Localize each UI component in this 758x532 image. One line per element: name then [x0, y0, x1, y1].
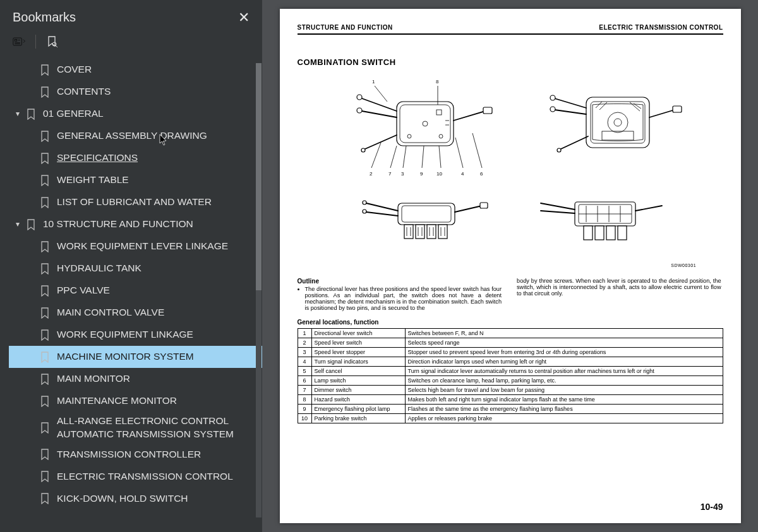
bookmark-label: PPC VALVE	[57, 284, 260, 297]
header-right: ELECTRIC TRANSMISSION CONTROL	[599, 24, 723, 31]
bookmark-label: SPECIFICATIONS	[57, 151, 260, 165]
outline-text-left: The directional lever has three position…	[305, 286, 502, 311]
bookmark-label: LIST OF LUBRICANT AND WATER	[57, 196, 260, 209]
row-function: Selects speed range	[405, 338, 723, 348]
function-table: 1Directional lever switchSwitches betwee…	[298, 328, 723, 423]
bookmark-item[interactable]: MACHINE MONITOR SYSTEM	[9, 346, 262, 368]
bookmark-item[interactable]: WEIGHT TABLE	[9, 169, 262, 191]
row-name: Directional lever switch	[311, 329, 405, 338]
svg-text:8: 8	[436, 79, 439, 85]
bookmark-item[interactable]: WORK EQUIPMENT LINKAGE	[9, 324, 262, 346]
bookmark-options-icon[interactable]	[13, 35, 27, 49]
svg-text:6: 6	[480, 171, 483, 177]
svg-rect-61	[427, 225, 436, 239]
bookmark-item[interactable]: TRANSMISSION CONTROLLER	[9, 444, 262, 466]
bookmark-icon	[38, 153, 52, 164]
chevron-down-icon[interactable]: ▾	[11, 109, 24, 119]
svg-rect-75	[595, 226, 604, 240]
table-row: 2Speed lever switchSelects speed range	[298, 338, 723, 348]
svg-rect-18	[483, 107, 492, 114]
bookmark-item[interactable]: MAINTENANCE MONITOR	[9, 390, 262, 412]
bookmark-icon	[24, 219, 38, 230]
svg-text:4: 4	[461, 171, 464, 177]
bookmark-icon	[38, 493, 52, 504]
close-icon[interactable]: ✕	[238, 11, 250, 25]
bookmark-icon	[38, 471, 52, 482]
page-number: 10-49	[701, 502, 723, 512]
bookmark-item[interactable]: ALL-RANGE ELECTRONIC CONTROL AUTOMATIC T…	[9, 412, 262, 444]
bookmark-label: ALL-RANGE ELECTRONIC CONTROL AUTOMATIC T…	[57, 415, 260, 441]
svg-rect-58	[416, 225, 424, 239]
row-name: Speed lever switch	[311, 338, 405, 348]
outline-text-right: body by three screws. When each lever is…	[517, 278, 721, 311]
table-row: 8Hazard switchMakes both left and right …	[298, 395, 723, 405]
sidebar-toolbar	[0, 32, 262, 55]
svg-text:1: 1	[372, 79, 375, 85]
bookmark-item[interactable]: GENERAL ASSEMBLY DRAWING	[9, 125, 262, 147]
svg-point-52	[363, 201, 366, 204]
bookmark-item[interactable]: ELECTRIC TRANSMISSION CONTROL	[9, 466, 262, 488]
row-number: 7	[298, 386, 311, 395]
outline-block: Outline The directional lever has three …	[298, 278, 723, 311]
svg-rect-64	[438, 225, 447, 239]
bookmark-tree: COVERCONTENTS▾01 GENERALGENERAL ASSEMBLY…	[0, 55, 262, 532]
svg-line-26	[455, 138, 463, 168]
table-row: 5Self cancelTurn signal indicator lever …	[298, 367, 723, 376]
svg-text:7: 7	[388, 171, 392, 177]
row-number: 4	[298, 357, 311, 367]
row-name: Self cancel	[311, 367, 405, 376]
chevron-down-icon[interactable]: ▾	[11, 219, 24, 229]
svg-rect-54	[480, 203, 488, 208]
bookmark-item[interactable]: MAIN CONTROL VALVE	[9, 302, 262, 324]
bookmark-label: COVER	[57, 63, 260, 76]
bookmark-item[interactable]: HYDRAULIC TANK	[9, 257, 262, 280]
bookmark-item[interactable]: ▾01 GENERAL	[9, 103, 262, 125]
sidebar-title: Bookmarks	[13, 10, 76, 25]
svg-rect-49	[673, 106, 682, 112]
bookmark-item[interactable]: WORK EQUIPMENT LEVER LINKAGE	[9, 235, 262, 257]
row-number: 10	[298, 414, 311, 423]
bookmark-icon	[38, 241, 52, 252]
bookmark-icon	[38, 175, 52, 186]
diagram-bottom-right	[529, 192, 668, 252]
table-row: 7Dimmer switchSelects high beam for trav…	[298, 386, 723, 395]
bookmark-item[interactable]: LIST OF LUBRICANT AND WATER	[9, 191, 262, 213]
svg-rect-77	[618, 226, 627, 240]
row-function: Switches between F, R, and N	[405, 329, 723, 338]
bookmark-label: GENERAL ASSEMBLY DRAWING	[57, 129, 260, 143]
bookmark-icon	[38, 131, 52, 142]
bookmark-item[interactable]: SPECIFICATIONS	[9, 147, 262, 169]
bookmark-icon	[38, 396, 52, 407]
bookmark-item[interactable]: CONTENTS	[9, 81, 262, 103]
bookmark-icon	[38, 263, 52, 275]
svg-line-24	[422, 146, 424, 168]
svg-point-46	[550, 95, 555, 100]
svg-rect-7	[397, 102, 454, 146]
table-row: 3Speed lever stopperStopper used to prev…	[298, 348, 723, 357]
bookmark-item[interactable]: MAIN MONITOR	[9, 368, 262, 390]
bookmark-label: WORK EQUIPMENT LEVER LINKAGE	[57, 240, 260, 253]
bookmark-label: MAIN MONITOR	[57, 372, 260, 386]
bookmark-item[interactable]: PPC VALVE	[9, 280, 262, 302]
bookmark-label: WORK EQUIPMENT LINKAGE	[57, 328, 260, 341]
diagram-front-labeled: 1 8 2 7 3 9 10 4 6	[337, 73, 501, 180]
bookmark-item[interactable]: KICK-DOWN, HOLD SWITCH	[9, 488, 262, 510]
row-number: 9	[298, 405, 311, 414]
sidebar-scrollbar-thumb[interactable]	[256, 63, 262, 290]
bookmark-item[interactable]: COVER	[9, 59, 262, 81]
document-viewport[interactable]: STRUCTURE AND FUNCTION ELECTRIC TRANSMIS…	[262, 0, 758, 532]
page-header: STRUCTURE AND FUNCTION ELECTRIC TRANSMIS…	[298, 24, 723, 35]
bookmark-label: WEIGHT TABLE	[57, 174, 260, 187]
svg-point-47	[550, 107, 555, 112]
row-function: Stopper used to prevent speed lever from…	[405, 348, 723, 357]
row-name: Emergency flashing pilot lamp	[311, 405, 405, 414]
row-function: Direction indicator lamps used when turn…	[405, 357, 723, 367]
find-bookmark-icon[interactable]	[45, 35, 59, 49]
svg-rect-76	[606, 226, 615, 240]
bookmark-label: 01 GENERAL	[43, 107, 260, 121]
bookmark-item[interactable]: ▾10 STRUCTURE AND FUNCTION	[9, 213, 262, 235]
row-function: Flashes at the same time as the emergenc…	[405, 405, 723, 414]
svg-line-27	[472, 133, 482, 168]
bookmark-label: ELECTRIC TRANSMISSION CONTROL	[57, 470, 260, 483]
svg-rect-74	[584, 226, 593, 240]
